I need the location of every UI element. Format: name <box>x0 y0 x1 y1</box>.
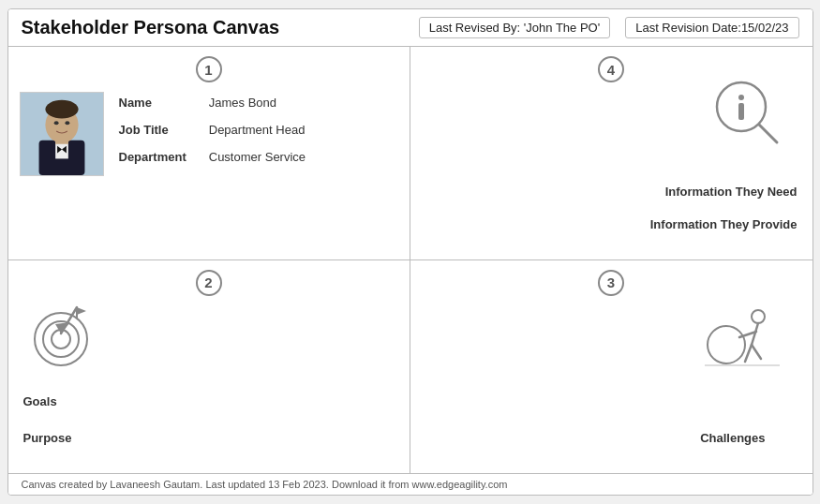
revised-by-box: Last Revised By: 'John The PO' <box>419 17 610 38</box>
challenges-icon <box>700 298 784 386</box>
svg-point-9 <box>65 121 69 125</box>
goals-label: Goals <box>23 394 72 408</box>
q1-number: 1 <box>196 56 222 82</box>
svg-line-24 <box>745 345 752 362</box>
quadrant-3: 3 Challenges <box>410 260 813 474</box>
q2-number: 2 <box>196 270 222 296</box>
department-value: Customer Service <box>209 150 306 164</box>
job-title-label: Job Title <box>119 123 186 137</box>
svg-point-21 <box>752 310 765 323</box>
canvas-title: Stakeholder Persona Canvas <box>22 17 280 38</box>
goals-icon <box>25 298 100 377</box>
svg-point-7 <box>45 100 78 119</box>
info-need-label: Information They Need <box>650 185 798 199</box>
svg-marker-20 <box>77 307 86 315</box>
purpose-label: Purpose <box>23 431 72 445</box>
svg-point-26 <box>708 326 745 363</box>
job-title-value: Department Head <box>209 123 306 137</box>
svg-line-11 <box>759 125 777 142</box>
info-icon <box>709 75 784 154</box>
svg-rect-13 <box>738 103 744 120</box>
persona-values: James Bond Department Head Customer Serv… <box>209 96 306 164</box>
info-provide-label: Information They Provide <box>650 217 798 231</box>
svg-point-12 <box>738 95 744 100</box>
footer-text: Canvas created by Lavaneesh Gautam. Last… <box>22 479 508 490</box>
revision-date-box: Last Revision Date:15/02/23 <box>625 17 798 38</box>
canvas-wrapper: Stakeholder Persona Canvas Last Revised … <box>7 8 813 496</box>
main-grid: 1 <box>8 47 813 473</box>
header-meta: Last Revised By: 'John The PO' Last Revi… <box>419 17 799 38</box>
persona-labels: Name Job Title Department <box>119 96 186 164</box>
quadrant-2: 2 Goals <box>8 260 410 474</box>
q2-labels: Goals Purpose <box>23 394 72 445</box>
q4-number: 4 <box>598 56 624 82</box>
name-label: Name <box>119 96 186 110</box>
footer: Canvas created by Lavaneesh Gautam. Last… <box>8 473 813 495</box>
svg-point-8 <box>53 121 58 125</box>
department-label: Department <box>119 150 186 164</box>
svg-line-25 <box>752 345 761 359</box>
q3-number: 3 <box>598 270 624 296</box>
q4-labels: Information They Need Information They P… <box>650 185 798 231</box>
persona-photo <box>20 92 104 176</box>
quadrant-4: 4 Information They Need Information They… <box>410 47 813 260</box>
header: Stakeholder Persona Canvas Last Revised … <box>8 9 813 47</box>
challenges-label: Challenges <box>700 431 765 445</box>
name-value: James Bond <box>209 96 306 110</box>
quadrant-1: 1 <box>8 47 410 260</box>
